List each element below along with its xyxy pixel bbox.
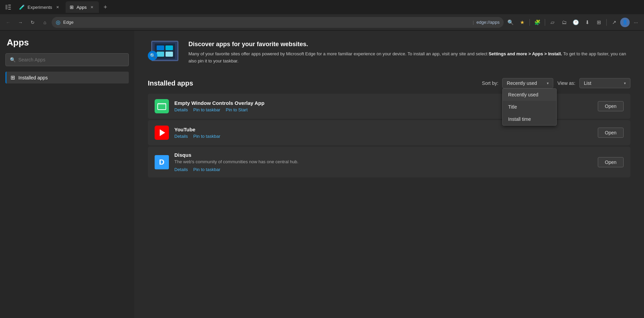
banner-body: Many of your favorite sites offer apps p…: [188, 51, 630, 65]
installed-apps-icon: ⊞: [11, 74, 15, 81]
banner-heading: Discover apps for your favorite websites…: [188, 41, 630, 48]
content-area: 🔍 Discover apps for your favorite websit…: [134, 31, 644, 318]
youtube-pin-taskbar-link[interactable]: Pin to taskbar: [193, 134, 221, 139]
section-header: Installed apps Sort by: Recently used ▾ …: [148, 78, 630, 88]
search-input[interactable]: [18, 57, 124, 62]
apps-tab-close[interactable]: ✕: [89, 4, 95, 10]
disqus-pin-taskbar-link[interactable]: Pin to taskbar: [193, 167, 221, 172]
split-screen-icon[interactable]: ▱: [547, 17, 558, 28]
settings-more-icon[interactable]: ···: [630, 17, 641, 28]
banner: 🔍 Discover apps for your favorite websit…: [148, 41, 630, 68]
search-box-icon: 🔍: [10, 57, 16, 62]
disqus-details-link[interactable]: Details: [174, 167, 188, 172]
app-tile-3: [157, 52, 164, 57]
apps-tab-icon: ⊞: [70, 4, 74, 10]
search-bubble: 🔍: [148, 51, 157, 60]
app-tile-2: [166, 45, 173, 51]
forward-button[interactable]: →: [15, 17, 26, 28]
disqus-app-name: Disqus: [174, 152, 592, 158]
app-card-ewco: Empty Window Controls Overlay App Detail…: [148, 94, 630, 119]
app-card-youtube: YouTube Details Pin to taskbar Open: [148, 120, 630, 145]
history-icon[interactable]: 🕐: [570, 17, 581, 28]
view-selected-value: List: [584, 80, 591, 86]
view-dropdown[interactable]: List ▾: [579, 78, 630, 88]
browser-name: Edge: [63, 20, 470, 25]
apps-tab-label: Apps: [76, 5, 87, 10]
tab-apps[interactable]: ⊞ Apps ✕: [66, 1, 99, 13]
experiments-tab-icon: 🧪: [19, 4, 25, 10]
ewco-pin-start-link[interactable]: Pin to Start: [226, 107, 247, 112]
ewco-app-icon: [155, 99, 169, 113]
sidebar-toggle-button[interactable]: [3, 2, 14, 13]
sort-chevron-icon: ▾: [547, 81, 549, 86]
banner-body-bold: Settings and more > Apps > Install.: [489, 51, 562, 56]
section-title: Installed apps: [148, 79, 193, 87]
banner-text: Discover apps for your favorite websites…: [188, 41, 630, 65]
disqus-app-info: Disqus The web's community of communitie…: [174, 152, 592, 172]
search-icon[interactable]: 🔍: [505, 17, 516, 28]
sort-dropdown-button[interactable]: Recently used ▾: [502, 78, 553, 88]
ewco-pin-taskbar-link[interactable]: Pin to taskbar: [193, 107, 221, 112]
downloads-icon[interactable]: ⬇: [582, 17, 593, 28]
youtube-app-info: YouTube Details Pin to taskbar: [174, 127, 592, 139]
ewco-details-link[interactable]: Details: [174, 107, 188, 112]
share-icon[interactable]: ↗: [609, 17, 620, 28]
youtube-app-actions: Details Pin to taskbar: [174, 134, 592, 139]
svg-rect-5: [158, 104, 166, 105]
sidebar-title: Apps: [5, 37, 129, 48]
installed-apps-label: Installed apps: [18, 75, 48, 80]
sort-option-install-time[interactable]: Install time: [503, 113, 556, 125]
svg-rect-1: [8, 5, 11, 5]
sidebar-item-installed-apps[interactable]: ⊞ Installed apps: [5, 72, 129, 83]
svg-rect-3: [8, 9, 11, 10]
sort-selected-value: Recently used: [507, 80, 537, 86]
svg-rect-0: [5, 5, 7, 10]
tab-experiments[interactable]: 🧪 Experiments ✕: [15, 1, 64, 13]
app-card-disqus: D Disqus The web's community of communit…: [148, 147, 630, 177]
sort-option-title[interactable]: Title: [503, 101, 556, 113]
ewco-open-button[interactable]: Open: [598, 101, 624, 111]
sort-dropdown-menu: Recently used Title Install time: [502, 88, 557, 126]
url-divider: |: [473, 20, 474, 25]
extensions-icon[interactable]: 🧩: [532, 17, 543, 28]
sort-label: Sort by:: [482, 80, 498, 86]
sort-dropdown[interactable]: Recently used ▾ Recently used Title Inst…: [502, 78, 553, 88]
youtube-open-button[interactable]: Open: [598, 128, 624, 138]
toolbar-divider-2: [545, 19, 545, 26]
app-tile-4: [166, 52, 173, 57]
controls: Sort by: Recently used ▾ Recently used T…: [482, 78, 630, 88]
back-button[interactable]: ←: [3, 17, 14, 28]
banner-image: 🔍: [148, 41, 181, 68]
sidebar: Apps 🔍 ⊞ Installed apps: [0, 31, 134, 318]
refresh-button[interactable]: ↻: [27, 17, 38, 28]
monitor-screen: [155, 43, 175, 59]
app-tile-1: [157, 45, 164, 51]
youtube-app-icon: [155, 126, 169, 140]
sort-option-recently-used[interactable]: Recently used: [503, 89, 556, 101]
apps-toolbar-icon[interactable]: ⊞: [593, 17, 604, 28]
main-area: Apps 🔍 ⊞ Installed apps: [0, 31, 644, 318]
toolbar-icons: 🔍 ★ 🧩 ▱ 🗂 🕐 ⬇ ⊞ ↗ 👤 ···: [505, 17, 641, 28]
experiments-tab-label: Experiments: [28, 5, 52, 10]
view-dropdown-button[interactable]: List ▾: [579, 78, 630, 88]
disqus-icon-letter: D: [159, 158, 164, 167]
experiments-tab-close[interactable]: ✕: [55, 4, 60, 10]
edge-logo-icon: ◎: [56, 19, 60, 25]
disqus-app-desc: The web's community of communities now h…: [174, 159, 592, 164]
youtube-play-icon: [160, 129, 165, 136]
favorites-icon[interactable]: ★: [517, 17, 527, 28]
tab-bar: 🧪 Experiments ✕ ⊞ Apps ✕ +: [0, 0, 644, 14]
youtube-details-link[interactable]: Details: [174, 134, 188, 139]
banner-body-start: Many of your favorite sites offer apps p…: [188, 51, 488, 56]
profile-avatar[interactable]: 👤: [620, 18, 630, 27]
collections-icon[interactable]: 🗂: [559, 17, 570, 28]
new-tab-button[interactable]: +: [100, 2, 110, 12]
toolbar-divider-3: [606, 19, 607, 26]
disqus-open-button[interactable]: Open: [598, 157, 624, 167]
toolbar-divider-1: [529, 19, 530, 26]
search-box[interactable]: 🔍: [5, 53, 129, 66]
home-button[interactable]: ⌂: [39, 17, 50, 28]
url-bar[interactable]: ◎ Edge | edge://apps: [52, 17, 504, 28]
svg-rect-2: [8, 7, 11, 7]
disqus-app-icon: D: [155, 155, 169, 169]
